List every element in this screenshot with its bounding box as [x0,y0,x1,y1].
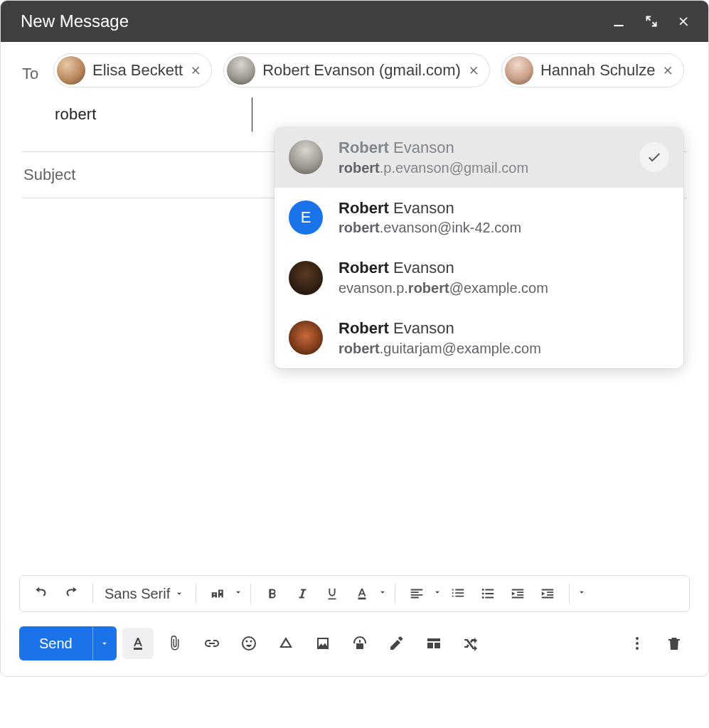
font-family-select[interactable]: Sans Serif [100,579,188,608]
attach-file-button[interactable] [159,628,191,659]
chevron-down-icon[interactable] [432,587,442,600]
contact-name: Robert Evanson [338,198,669,219]
to-label: To [22,53,53,83]
autocomplete-item[interactable]: Robert Evanson robert.p.evanson@gmail.co… [274,127,683,188]
chevron-down-icon [174,586,184,602]
more-formatting-icon[interactable] [577,587,587,600]
contact-email: robert.p.evanson@gmail.com [338,159,624,178]
text-color-button[interactable] [348,579,376,608]
formatting-toolbar: Sans Serif [19,575,690,612]
layout-button[interactable] [418,628,449,659]
compose-body: To Elisa Beckett Robert Evanson (gmail.c… [1,42,708,198]
send-options-button[interactable] [92,626,117,660]
toggle-formatting-button[interactable] [122,628,154,659]
titlebar-actions [612,14,691,28]
chip-remove-icon[interactable] [662,64,675,77]
compose-actions: Send [1,619,708,676]
avatar: E [289,200,323,235]
autocomplete-text: Robert Evanson robert.p.evanson@gmail.co… [338,137,624,178]
avatar [227,56,255,85]
compose-window: New Message To Elisa Beckett [0,0,709,677]
insert-drive-button[interactable] [270,628,302,659]
window-title: New Message [21,11,612,31]
font-family-label: Sans Serif [105,586,170,602]
avatar [57,56,85,85]
svg-point-6 [636,647,639,650]
contact-email: robert.guitarjam@example.com [338,339,669,358]
svg-point-3 [482,596,484,599]
contact-autocomplete: Robert Evanson robert.p.evanson@gmail.co… [274,127,683,368]
bold-button[interactable] [258,579,287,608]
separator [250,584,251,604]
discard-draft-button[interactable] [659,628,690,659]
confidential-mode-button[interactable] [344,628,375,659]
chip-label: Elisa Beckett [92,61,183,80]
avatar [289,321,323,355]
chevron-down-icon[interactable] [378,587,388,600]
insert-link-button[interactable] [196,628,228,659]
autocomplete-item[interactable]: E Robert Evanson robert.evanson@ink-42.c… [274,188,683,248]
expand-icon[interactable] [644,14,659,28]
indent-less-button[interactable] [503,579,532,608]
contact-name: Robert Evanson [338,318,669,339]
svg-point-2 [482,593,484,595]
separator [395,584,395,604]
autocomplete-text: Robert Evanson robert.guitarjam@example.… [338,318,669,358]
autocomplete-text: Robert Evanson robert.evanson@ink-42.com [338,198,669,238]
separator [92,584,93,604]
chip-label: Hannah Schulze [540,61,655,80]
contact-name: Robert Evanson [338,257,669,279]
svg-point-1 [482,589,484,591]
recipient-chip[interactable]: Robert Evanson (gmail.com) [223,53,490,87]
separator [569,584,570,604]
more-options-button[interactable] [622,628,653,659]
underline-button[interactable] [318,579,346,608]
send-button[interactable]: Send [19,626,92,660]
to-row: To Elisa Beckett Robert Evanson (gmail.c… [22,42,687,132]
avatar [289,140,323,174]
send-button-group: Send [19,626,117,660]
titlebar: New Message [1,1,708,42]
svg-rect-0 [614,25,623,26]
autocomplete-item[interactable]: Robert Evanson robert.guitarjam@example.… [274,308,683,368]
autocomplete-item[interactable]: Robert Evanson evanson.p.robert@example.… [274,247,683,308]
numbered-list-button[interactable] [444,579,472,608]
avatar [289,261,323,295]
contact-email: robert.evanson@ink-42.com [338,218,669,237]
recipient-chip[interactable]: Elisa Beckett [53,53,212,87]
check-icon [639,142,669,172]
contact-name: Robert Evanson [338,137,624,159]
insert-signature-button[interactable] [381,628,412,659]
recipients-area[interactable]: Elisa Beckett Robert Evanson (gmail.com)… [53,53,687,132]
insert-emoji-button[interactable] [233,628,265,659]
insert-photo-button[interactable] [307,628,338,659]
redo-button[interactable] [57,579,85,608]
bulleted-list-button[interactable] [474,579,502,608]
chip-remove-icon[interactable] [190,64,203,77]
recipient-chip[interactable]: Hannah Schulze [501,53,684,87]
recipient-input[interactable] [53,97,252,132]
indent-more-button[interactable] [533,579,562,608]
svg-point-5 [636,642,639,645]
chip-remove-icon[interactable] [468,64,481,77]
autocomplete-text: Robert Evanson evanson.p.robert@example.… [338,257,669,298]
avatar [505,56,533,85]
shuffle-button[interactable] [455,628,486,659]
align-button[interactable] [403,579,431,608]
svg-point-4 [636,637,639,640]
italic-button[interactable] [288,579,316,608]
minimize-icon[interactable] [612,14,626,28]
undo-button[interactable] [27,579,55,608]
chip-label: Robert Evanson (gmail.com) [262,61,461,80]
chevron-down-icon[interactable] [233,587,243,600]
contact-email: evanson.p.robert@example.com [338,279,669,298]
separator [196,584,196,604]
font-size-button[interactable] [203,579,232,608]
close-icon[interactable] [677,14,691,28]
